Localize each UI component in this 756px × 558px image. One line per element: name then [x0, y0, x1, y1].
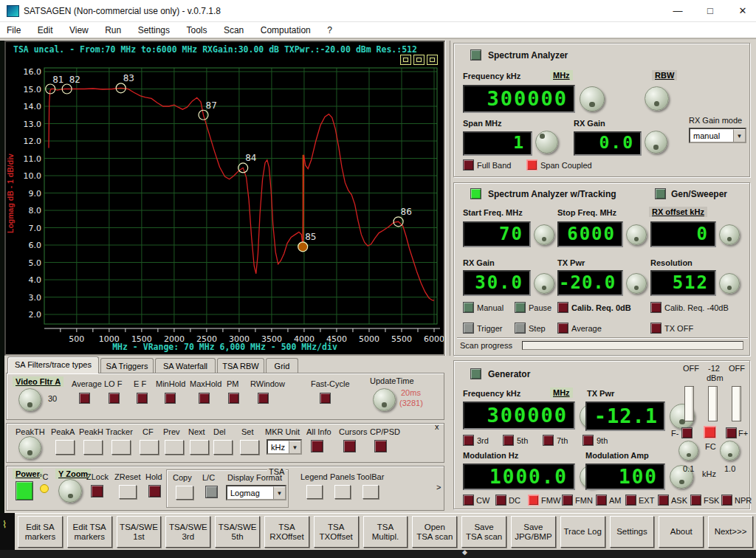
copy-icon[interactable] — [400, 55, 411, 65]
calib-req-0db-checkbox[interactable] — [557, 302, 568, 313]
stop-freq-knob[interactable] — [626, 224, 647, 245]
cursors-checkbox[interactable] — [343, 440, 356, 452]
mod-fmn-checkbox[interactable] — [562, 495, 573, 506]
set-button[interactable] — [240, 440, 259, 455]
tsa-swe-3rd-button[interactable]: TSA/SWE3rd — [165, 516, 210, 548]
generator-enable-indicator[interactable] — [470, 368, 481, 379]
chevron-down-icon[interactable]: ▼ — [273, 486, 285, 499]
gen-mhz-button[interactable]: MHz — [550, 388, 573, 398]
out3-level-slider[interactable] — [732, 386, 741, 421]
next-button[interactable]: Next>>> — [708, 516, 753, 548]
row-close-icon[interactable]: x — [435, 422, 439, 431]
next-button[interactable] — [190, 440, 209, 455]
update-time-knob[interactable] — [373, 388, 396, 411]
marker-85[interactable] — [298, 242, 308, 252]
out2-level-slider[interactable] — [708, 386, 718, 421]
tsa-txoffset-button[interactable]: TSATXOffset — [314, 516, 359, 548]
open-tsa-scan-button[interactable]: OpenTSA scan — [412, 516, 457, 548]
video-fltr-knob[interactable] — [18, 388, 41, 411]
edit-sa-markers-button[interactable]: Edit SAmarkers — [18, 516, 63, 548]
mod-npr-checkbox[interactable] — [721, 495, 732, 506]
filter-lof-checkbox[interactable] — [109, 393, 120, 404]
video-fltr-label[interactable]: Video Fltr A — [13, 376, 63, 387]
step-large-knob[interactable] — [720, 441, 740, 461]
calib-req-40db-checkbox[interactable] — [650, 302, 662, 313]
about-button[interactable]: About — [659, 516, 704, 548]
rx-offset-label[interactable]: RX offset kHz — [649, 207, 707, 217]
sa-mhz-button[interactable]: MHz — [550, 70, 573, 80]
harmonic-3rd-checkbox[interactable] — [463, 435, 474, 446]
lc-checkbox[interactable] — [205, 486, 218, 498]
start-freq-knob[interactable] — [534, 224, 554, 245]
cp-psd-checkbox[interactable] — [374, 440, 387, 452]
settings-button[interactable]: Settings — [610, 516, 655, 548]
panels-button[interactable] — [334, 485, 351, 499]
gen-sweeper-indicator[interactable] — [655, 188, 666, 199]
mod-fmw-checkbox[interactable] — [528, 495, 539, 506]
sa-full-band-checkbox[interactable] — [463, 159, 474, 170]
edit-tsa-markers-button[interactable]: Edit TSAmarkers — [67, 516, 112, 548]
tab-sa-filters[interactable]: SA Filters/trace types — [7, 356, 99, 373]
sa-span-coupled-checkbox[interactable] — [526, 159, 537, 170]
tab-sa-triggers[interactable]: SA Triggers — [100, 358, 154, 373]
step-small-knob[interactable] — [678, 441, 698, 461]
chevron-down-icon[interactable]: ▼ — [733, 129, 745, 142]
save-tsa-scan-button[interactable]: SaveTSA scan — [461, 516, 506, 548]
tsa-tx-pwr-knob[interactable] — [626, 273, 647, 294]
resize-handle-icon[interactable]: ◆ — [462, 548, 467, 556]
menu-view[interactable]: View — [63, 22, 95, 35]
z-reset-button[interactable] — [119, 485, 137, 499]
mod-fsk-checkbox[interactable] — [690, 495, 701, 506]
tracker-button[interactable] — [111, 440, 131, 455]
menu-edit[interactable]: Edit — [31, 22, 60, 35]
harmonic-5th-checkbox[interactable] — [503, 435, 514, 446]
maximize-button[interactable]: □ — [694, 0, 726, 21]
trigger-checkbox[interactable] — [463, 323, 474, 334]
f-plus-checkbox[interactable] — [726, 427, 737, 438]
filter-pm-checkbox[interactable] — [228, 393, 239, 404]
harmonic-9th-checkbox[interactable] — [583, 435, 594, 446]
mkr-unit-select[interactable]: kHz▼ — [267, 439, 302, 455]
filter-average-checkbox[interactable] — [79, 393, 90, 404]
filter-maxhold-checkbox[interactable] — [199, 393, 210, 404]
tracking-enable-indicator[interactable] — [470, 188, 481, 199]
tsa-rx-gain-knob[interactable] — [534, 273, 554, 294]
tsa-swe-1st-button[interactable]: TSA/SWE1st — [117, 516, 162, 548]
tsa-swe-5th-button[interactable]: TSA/SWE5th — [215, 516, 260, 548]
del-button[interactable] — [213, 440, 233, 455]
mod-am-checkbox[interactable] — [596, 495, 607, 506]
filter-rwindow-checkbox[interactable] — [258, 393, 269, 404]
sa-span-knob[interactable] — [535, 131, 558, 154]
y-zoom-knob[interactable] — [58, 479, 82, 503]
save-icon[interactable] — [427, 55, 438, 65]
tsa-multipl-button[interactable]: TSAMultipl. — [363, 516, 408, 548]
menu-computation[interactable]: Computation — [254, 22, 317, 35]
resolution-knob[interactable] — [719, 273, 740, 294]
peaka-button[interactable] — [55, 440, 75, 455]
f-minus-checkbox[interactable] — [681, 427, 693, 438]
y-zoom-label[interactable]: Y Zoom — [55, 469, 91, 479]
copy-button[interactable] — [176, 486, 193, 500]
menu-run[interactable]: Run — [98, 22, 128, 35]
menu-tools[interactable]: Tools — [179, 22, 213, 35]
sa-rbw-knob[interactable] — [645, 86, 669, 111]
legend-button[interactable] — [306, 485, 323, 499]
menu-help[interactable]: ? — [320, 22, 339, 35]
menu-settings[interactable]: Settings — [131, 22, 176, 35]
hold-checkbox[interactable] — [148, 485, 161, 497]
mod-cw-checkbox[interactable] — [463, 495, 474, 506]
chevron-down-icon[interactable]: ▼ — [289, 441, 300, 453]
tx-off-checkbox[interactable] — [650, 323, 662, 334]
menu-file[interactable]: File — [0, 22, 27, 35]
mod-ext-checkbox[interactable] — [625, 495, 636, 506]
out1-level-slider[interactable] — [684, 386, 694, 421]
splitter[interactable] — [445, 41, 450, 356]
menu-scan[interactable]: Scan — [217, 22, 250, 35]
z-lock-checkbox[interactable] — [91, 485, 103, 497]
sa-enable-indicator[interactable] — [470, 49, 481, 61]
tsa-rxoffset-button[interactable]: TSARXOffset — [264, 516, 309, 548]
cf-button[interactable] — [140, 440, 159, 455]
trace-log-button[interactable]: Trace Log — [560, 516, 605, 548]
power-button[interactable] — [16, 481, 33, 500]
step-checkbox[interactable] — [515, 323, 526, 334]
